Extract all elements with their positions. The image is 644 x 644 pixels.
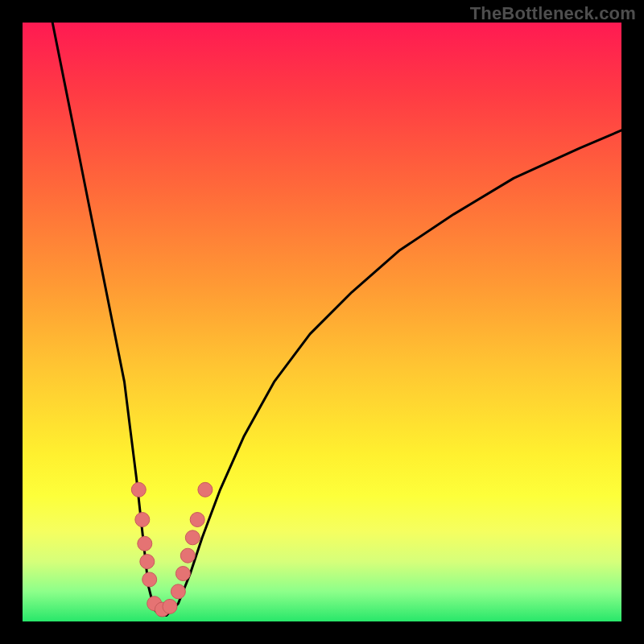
watermark-text: TheBottleneck.com: [470, 3, 636, 24]
data-point-cluster-left-a: [135, 513, 150, 527]
bottleneck-curve: [52, 23, 621, 616]
chart-frame: TheBottleneck.com: [0, 0, 644, 644]
chart-plot-area: [23, 23, 621, 621]
data-point-cluster-right-e: [190, 513, 204, 527]
data-point-cluster-left-top: [131, 482, 146, 497]
data-point-cluster-left-d: [142, 572, 157, 587]
data-point-cluster-left-b: [138, 536, 152, 551]
data-point-cluster-right-top: [198, 482, 213, 497]
data-point-cluster-right-a: [171, 584, 185, 599]
data-point-cluster-right-c: [180, 548, 195, 563]
data-point-cluster-right-b: [175, 567, 190, 581]
data-point-cluster-bottom-c: [163, 599, 177, 613]
data-points-group: [131, 482, 213, 617]
data-point-cluster-right-d: [185, 530, 200, 545]
chart-svg: [23, 23, 621, 621]
data-point-cluster-left-c: [140, 555, 155, 569]
